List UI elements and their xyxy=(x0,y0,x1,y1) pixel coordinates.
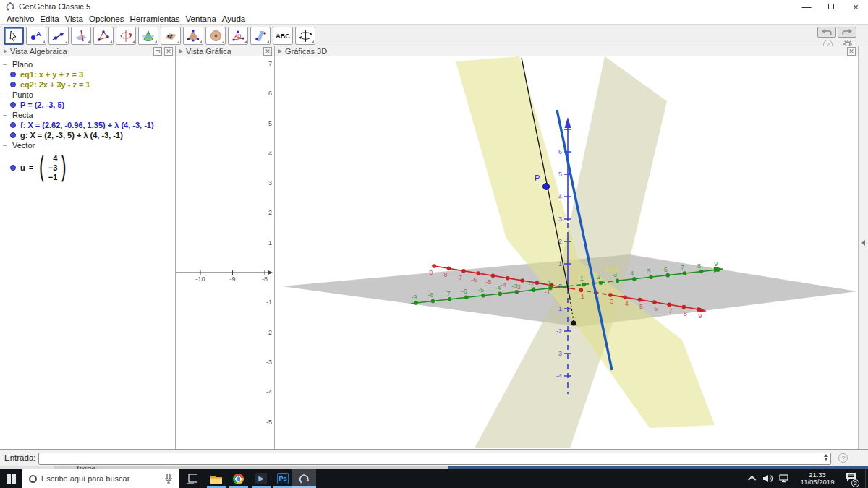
collapse-minus-icon[interactable]: − xyxy=(3,61,9,68)
object-visibility-bullet[interactable] xyxy=(10,102,16,108)
undo-button[interactable] xyxy=(817,27,836,38)
redo-button[interactable] xyxy=(838,27,856,38)
object-visibility-bullet[interactable] xyxy=(10,165,16,171)
y-axis-number: -5 xyxy=(478,286,484,294)
close-button[interactable]: × xyxy=(843,0,868,13)
x-axis-point xyxy=(535,281,540,286)
menu-archivo[interactable]: Archivo xyxy=(4,14,37,23)
collapse-panel-arrow-icon[interactable] xyxy=(861,240,865,246)
algebra-category: −Recta xyxy=(3,110,175,120)
y-axis-tick-label: 4 xyxy=(268,150,272,157)
point-tool-button[interactable]: A xyxy=(26,27,46,45)
algebra-item-label: f: X = (2.62, -0.96, 1.35) + λ (4, -3, -… xyxy=(20,121,154,129)
panel-menu-arrow-icon[interactable] xyxy=(179,49,183,53)
y-axis-point xyxy=(498,291,502,296)
menu-edita[interactable]: Edita xyxy=(37,14,61,23)
input-history-stepper[interactable] xyxy=(824,454,828,461)
y-axis-point xyxy=(448,297,452,301)
point-icon: A xyxy=(30,30,43,42)
y-axis-point xyxy=(649,275,653,279)
collapse-minus-icon[interactable]: − xyxy=(3,92,9,98)
x-axis-number: -8 xyxy=(442,271,448,278)
collapse-minus-icon[interactable]: − xyxy=(3,112,9,119)
maximize-button[interactable] xyxy=(819,0,843,13)
graphics-3d-header[interactable]: Gráficas 3D ✕ xyxy=(275,46,858,56)
show-desktop-button[interactable] xyxy=(865,469,868,488)
close-panel-icon[interactable]: ✕ xyxy=(263,47,272,56)
x-axis-number: 3 xyxy=(610,298,613,305)
title-bar: GeoGebra Classic 5 — × xyxy=(0,0,868,13)
collapse-minus-icon[interactable]: − xyxy=(3,142,9,149)
microphone-icon[interactable] xyxy=(165,474,172,484)
graphics-2d-canvas[interactable]: -10-9-87654321-1-2-3-4-5 xyxy=(176,56,274,448)
close-panel-icon[interactable]: ✕ xyxy=(847,47,856,56)
cone-icon xyxy=(142,30,155,42)
object-visibility-bullet[interactable] xyxy=(10,122,16,128)
point-P[interactable] xyxy=(543,184,550,190)
menu-ventana[interactable]: Ventana xyxy=(183,14,219,23)
tray-overflow-chevron-icon[interactable] xyxy=(748,476,756,484)
input-bar: Entrada: ? xyxy=(0,449,868,466)
algebra-item[interactable]: eq1: x + y + z = 3 xyxy=(10,69,175,80)
algebra-view-title: Vista Algebraica xyxy=(10,47,67,56)
reflect-tool-button[interactable] xyxy=(250,27,271,45)
pyramid-tool-button[interactable] xyxy=(183,27,203,45)
x-axis-number: 1 xyxy=(581,293,584,300)
plane-tool-button[interactable] xyxy=(161,27,181,45)
y-axis-point xyxy=(699,270,704,274)
input-help-button[interactable]: ? xyxy=(838,453,848,463)
circle-axis-tool-button[interactable] xyxy=(116,27,136,45)
taskbar-search-box[interactable]: Escribe aquí para buscar xyxy=(22,469,179,488)
vector-component: 4 xyxy=(53,154,57,163)
task-view-button[interactable] xyxy=(181,469,203,488)
z-axis-number: -1 xyxy=(556,305,562,312)
panel-menu-arrow-icon[interactable] xyxy=(278,49,282,53)
photoshop-icon: Ps xyxy=(277,473,289,484)
start-button[interactable] xyxy=(0,469,22,488)
y-axis-point xyxy=(464,296,469,300)
folder-icon xyxy=(210,474,222,484)
move-tool-button[interactable] xyxy=(4,27,24,45)
line-tool-button[interactable] xyxy=(48,27,69,45)
paren-close: ) xyxy=(61,152,67,184)
command-input[interactable] xyxy=(38,453,831,465)
close-panel-icon[interactable]: ✕ xyxy=(164,47,173,56)
paren-open: ( xyxy=(39,152,46,184)
menu-herramientas[interactable]: Herramientas xyxy=(127,14,183,23)
algebra-view-header[interactable]: Vista Algebraica ⊐ ✕ xyxy=(0,46,175,56)
sphere-tool-button[interactable] xyxy=(205,27,226,45)
algebra-category: −Punto xyxy=(3,90,175,100)
algebra-item[interactable]: eq2: 2x + 3y - z = 1 xyxy=(10,80,175,90)
taskbar-clock[interactable]: 21:33 11/05/2019 xyxy=(796,471,839,486)
menu-opciones[interactable]: Opciones xyxy=(86,14,127,23)
x-axis-point xyxy=(652,300,657,304)
rotate-view-tool-button[interactable] xyxy=(295,27,315,45)
action-center-button[interactable]: 2 xyxy=(845,472,856,485)
graphics-3d-canvas[interactable]: -9-8-7-6-5-4-3-2-1123456789-9-8-7-6-5-4-… xyxy=(275,56,858,448)
algebra-item[interactable]: f: X = (2.62, -0.96, 1.35) + λ (4, -3, -… xyxy=(10,120,175,130)
intersect-tool-button[interactable] xyxy=(71,27,91,45)
algebra-item-label: g: X = (2, -3, 5) + λ (4, -3, -1) xyxy=(20,131,123,140)
object-visibility-bullet[interactable] xyxy=(10,132,16,138)
volume-icon[interactable] xyxy=(763,474,773,483)
x-axis-point xyxy=(461,269,466,273)
graphics-view-header[interactable]: Vista Gráfica ✕ xyxy=(176,46,274,56)
menu-vista[interactable]: Vista xyxy=(62,14,86,23)
undock-panel-icon[interactable]: ⊐ xyxy=(153,47,162,56)
network-icon[interactable] xyxy=(779,474,790,483)
object-visibility-bullet[interactable] xyxy=(10,82,16,87)
object-visibility-bullet[interactable] xyxy=(10,72,16,77)
y-axis-number: 1 xyxy=(580,275,584,282)
angle-tool-button[interactable] xyxy=(228,27,248,45)
text-tool-button[interactable]: ABC xyxy=(273,27,293,45)
cone-tool-button[interactable] xyxy=(138,27,158,45)
algebra-item-vector[interactable]: u=(4−3−1) xyxy=(10,152,175,184)
panel-menu-arrow-icon[interactable] xyxy=(4,49,7,53)
minimize-button[interactable]: — xyxy=(794,0,819,13)
taskbar: Escribe aquí para buscar ▶ xyxy=(0,469,868,488)
algebra-item[interactable]: g: X = (2, -3, 5) + λ (4, -3, -1) xyxy=(10,130,175,140)
algebra-item[interactable]: P = (2, -3, 5) xyxy=(10,100,175,110)
y-axis-tick-label: 5 xyxy=(268,120,272,127)
menu-ayuda[interactable]: Ayuda xyxy=(219,14,248,23)
polygon-tool-button[interactable] xyxy=(93,27,114,45)
